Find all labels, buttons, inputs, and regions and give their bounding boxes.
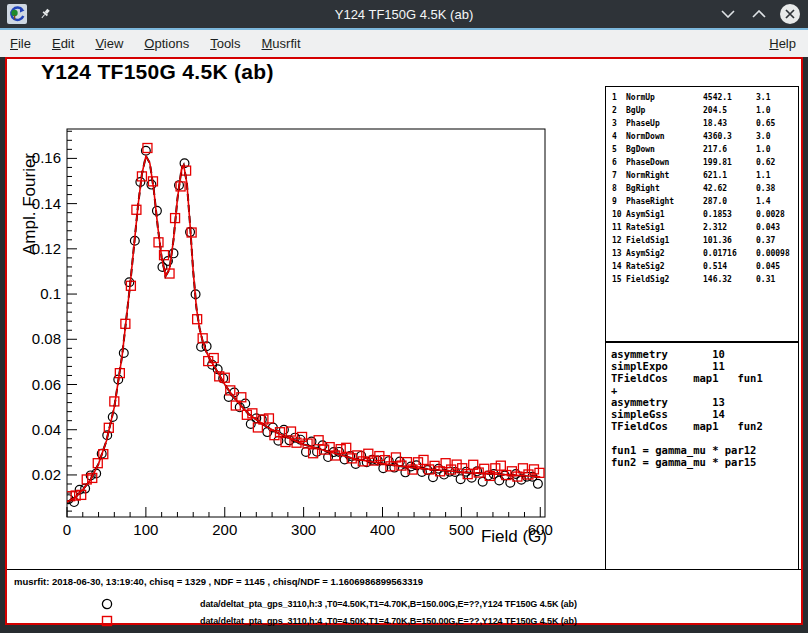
plot-frame (67, 129, 545, 517)
param-perr: 1.4 (756, 197, 770, 207)
param-row: 4NormDown4360.33.0 (606, 132, 798, 144)
legend-entry: data/deltat_pta_gps_3110,h:4 ,T0=4.50K,T… (7, 614, 801, 628)
root-canvas[interactable]: 01002003004005006000.020.040.060.080.10.… (5, 57, 803, 625)
param-pn: 4 (612, 132, 617, 142)
data-point-circle (119, 349, 128, 358)
fit-parameter-box[interactable]: 1NormUp4542.13.12BgUp204.51.03PhaseUp18.… (605, 86, 799, 342)
menu-item-file[interactable]: File (10, 36, 31, 51)
param-pname: RateSig2 (626, 262, 665, 272)
close-button[interactable] (780, 4, 800, 24)
param-perr: 1.0 (756, 145, 770, 155)
param-pn: 1 (612, 93, 617, 103)
param-perr: 3.1 (756, 93, 770, 103)
param-pname: NormRight (626, 171, 669, 181)
param-row: 6PhaseDown199.810.62 (606, 158, 798, 170)
param-pval: 18.43 (703, 119, 727, 129)
param-perr: 0.0028 (756, 210, 785, 220)
x-tick-label: 200 (212, 521, 237, 538)
pin-icon[interactable] (36, 5, 54, 23)
param-pval: 0.1853 (703, 210, 732, 220)
y-axis-title: Ampl. Fourier (20, 153, 40, 255)
param-perr: 0.31 (756, 275, 775, 285)
param-row: 8BgRight42.620.38 (606, 184, 798, 196)
minimize-button[interactable] (718, 4, 738, 24)
data-point-square (154, 238, 163, 247)
param-pn: 11 (612, 223, 622, 233)
param-pname: FieldSig1 (626, 236, 669, 246)
param-perr: 0.045 (756, 262, 780, 272)
param-pn: 3 (612, 119, 617, 129)
param-pval: 287.0 (703, 197, 727, 207)
param-perr: 0.043 (756, 223, 780, 233)
param-pn: 2 (612, 106, 617, 116)
param-pname: AsymSig2 (626, 249, 665, 259)
plot-title: Y124 TF150G 4.5K (ab) (41, 60, 274, 84)
y-tick-label: 0.04 (32, 421, 61, 438)
app-icon[interactable] (7, 4, 27, 24)
menubar-items: FileEditViewOptionsToolsMusrfitHelp (10, 36, 798, 51)
param-row: 9PhaseRight287.01.4 (606, 197, 798, 209)
titlebar[interactable]: Y124 TF150G 4.5K (ab) (0, 0, 808, 28)
param-pn: 7 (612, 171, 617, 181)
param-pname: PhaseRight (626, 197, 674, 207)
param-row: 12FieldSig1101.360.37 (606, 236, 798, 248)
param-pn: 10 (612, 210, 622, 220)
data-point-circle (169, 249, 178, 258)
param-perr: 0.00098 (756, 249, 790, 259)
param-perr: 1.1 (756, 171, 770, 181)
param-pname: BgUp (626, 106, 645, 116)
legend-text: data/deltat_pta_gps_3110,h:3 ,T0=4.50K,T… (200, 599, 577, 609)
fit-curve-run2 (67, 156, 540, 502)
param-row: 15FieldSig2146.320.31 (606, 275, 798, 287)
theory-text: asymmetry 10 simplExpo 11 TFieldCos map1… (611, 348, 798, 468)
param-row: 3PhaseUp18.430.65 (606, 119, 798, 131)
menu-item-view[interactable]: View (95, 36, 123, 51)
theory-box[interactable]: asymmetry 10 simplExpo 11 TFieldCos map1… (605, 342, 799, 570)
param-pval: 101.36 (703, 236, 732, 246)
param-perr: 0.37 (756, 236, 775, 246)
menu-item-musrfit[interactable]: Musrfit (262, 36, 301, 51)
menu-item-options[interactable]: Options (144, 36, 189, 51)
param-row: 5BgDown217.61.0 (606, 145, 798, 157)
x-tick-label: 300 (291, 521, 316, 538)
param-pname: PhaseDown (626, 158, 669, 168)
menu-item-edit[interactable]: Edit (52, 36, 74, 51)
param-row: 11RateSig12.3120.043 (606, 223, 798, 235)
legend-square-marker-icon (100, 614, 114, 628)
param-pn: 9 (612, 197, 617, 207)
param-row: 13AsymSig20.017160.00098 (606, 249, 798, 261)
menu-item-help[interactable]: Help (769, 36, 796, 51)
param-perr: 1.0 (756, 106, 770, 116)
param-pval: 4360.3 (703, 132, 732, 142)
param-row: 1NormUp4542.13.1 (606, 93, 798, 105)
y-tick-label: 0.1 (40, 285, 61, 302)
legend-pad[interactable]: musrfit: 2018-06-30, 13:19:40, chisq = 1… (7, 571, 801, 623)
param-pn: 6 (612, 158, 617, 168)
param-perr: 0.65 (756, 119, 775, 129)
window-title: Y124 TF150G 4.5K (ab) (0, 7, 808, 22)
param-row: 10AsymSig10.18530.0028 (606, 210, 798, 222)
x-axis-title: Field (G) (465, 527, 547, 547)
plot-pad[interactable]: 01002003004005006000.020.040.060.080.10.… (7, 59, 801, 570)
param-pval: 2.312 (703, 223, 727, 233)
maximize-button[interactable] (749, 4, 769, 24)
param-pname: BgDown (626, 145, 655, 155)
x-tick-label: 0 (63, 521, 71, 538)
param-pname: FieldSig2 (626, 275, 669, 285)
param-pname: PhaseUp (626, 119, 660, 129)
param-pval: 0.514 (703, 262, 727, 272)
param-pname: NormUp (626, 93, 655, 103)
menu-item-tools[interactable]: Tools (210, 36, 240, 51)
legend-circle-marker-icon (100, 597, 114, 611)
data-point-square (132, 205, 141, 214)
param-pval: 0.01716 (703, 249, 737, 259)
y-tick-label: 0.06 (32, 376, 61, 393)
legend-entry: data/deltat_pta_gps_3110,h:3 ,T0=4.50K,T… (7, 597, 801, 611)
y-tick-label: 0.02 (32, 466, 61, 483)
menubar: FileEditViewOptionsToolsMusrfitHelp (0, 30, 808, 57)
param-pval: 204.5 (703, 106, 727, 116)
param-pn: 15 (612, 275, 622, 285)
param-pn: 5 (612, 145, 617, 155)
fit-status-line: musrfit: 2018-06-30, 13:19:40, chisq = 1… (14, 576, 423, 587)
param-perr: 0.38 (756, 184, 775, 194)
